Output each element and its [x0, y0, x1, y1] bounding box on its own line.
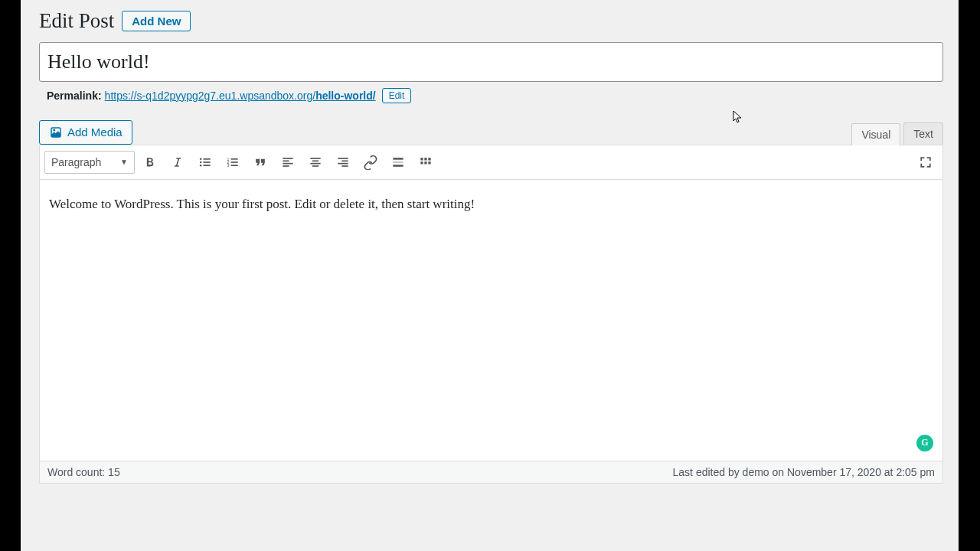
svg-rect-13 [283, 160, 289, 161]
svg-rect-24 [393, 158, 403, 160]
align-center-button[interactable] [303, 150, 328, 174]
add-media-button[interactable]: Add Media [39, 120, 132, 145]
svg-rect-5 [204, 165, 211, 166]
svg-point-1 [200, 161, 202, 164]
svg-rect-4 [204, 161, 211, 163]
toolbar-toggle-button[interactable] [413, 150, 438, 174]
edit-permalink-button[interactable]: Edit [382, 88, 412, 103]
svg-point-0 [200, 158, 202, 160]
link-button[interactable] [358, 150, 383, 174]
svg-rect-20 [338, 158, 348, 159]
svg-text:3: 3 [227, 163, 230, 168]
format-select-value: Paragraph [51, 156, 101, 168]
svg-rect-18 [310, 163, 320, 165]
svg-rect-19 [312, 165, 318, 167]
svg-rect-17 [312, 160, 318, 161]
svg-rect-22 [338, 163, 348, 165]
add-media-label: Add Media [67, 126, 122, 139]
svg-rect-29 [428, 158, 430, 160]
blockquote-button[interactable] [248, 150, 273, 174]
svg-rect-31 [424, 161, 426, 164]
tab-visual[interactable]: Visual [851, 123, 900, 145]
svg-rect-14 [283, 163, 292, 165]
svg-rect-3 [204, 158, 211, 160]
last-edited: Last edited by demo on November 17, 2020… [673, 466, 935, 478]
add-new-button[interactable]: Add New [122, 11, 191, 31]
svg-rect-25 [393, 161, 403, 163]
svg-rect-26 [393, 165, 403, 167]
fullscreen-button[interactable] [913, 150, 938, 174]
svg-rect-30 [420, 161, 423, 164]
svg-rect-21 [341, 160, 348, 161]
media-icon [49, 126, 63, 139]
editor-paragraph: Welcome to WordPress. This is your first… [49, 197, 933, 212]
status-bar: Word count: 15 Last edited by demo on No… [39, 461, 943, 484]
read-more-button[interactable] [386, 150, 410, 174]
svg-rect-27 [420, 158, 423, 160]
chevron-down-icon: ▼ [120, 158, 128, 166]
svg-rect-12 [283, 158, 292, 159]
svg-rect-9 [231, 158, 238, 160]
permalink-link[interactable]: https://s-q1d2pyypg2g7.eu1.wpsandbox.org… [105, 90, 376, 102]
svg-rect-11 [231, 165, 238, 166]
page-title: Edit Post [39, 9, 114, 33]
svg-rect-32 [428, 161, 430, 164]
format-select[interactable]: Paragraph ▼ [44, 151, 135, 174]
permalink-row: Permalink: https://s-q1d2pyypg2g7.eu1.wp… [39, 88, 943, 103]
align-left-button[interactable] [276, 150, 300, 174]
grammarly-icon[interactable]: G [916, 435, 933, 452]
italic-button[interactable] [165, 150, 190, 174]
word-count: Word count: 15 [47, 466, 120, 478]
numbered-list-button[interactable]: 123 [220, 150, 245, 174]
permalink-label: Permalink: [47, 90, 102, 102]
align-right-button[interactable] [331, 150, 355, 174]
svg-rect-23 [341, 165, 348, 167]
svg-rect-15 [283, 165, 289, 167]
bulleted-list-button[interactable] [193, 150, 217, 174]
svg-rect-16 [310, 158, 320, 159]
svg-point-2 [200, 165, 202, 167]
permalink-base: https://s-q1d2pyypg2g7.eu1.wpsandbox.org… [105, 90, 316, 102]
post-title-input[interactable] [39, 42, 943, 82]
svg-rect-28 [424, 158, 426, 160]
tab-text[interactable]: Text [903, 122, 943, 145]
bold-button[interactable] [138, 150, 162, 174]
permalink-slug: hello-world/ [315, 90, 376, 102]
editor-content-area[interactable]: Welcome to WordPress. This is your first… [39, 180, 943, 461]
editor-toolbar: Paragraph ▼ 123 [39, 145, 943, 180]
svg-rect-10 [231, 161, 238, 163]
